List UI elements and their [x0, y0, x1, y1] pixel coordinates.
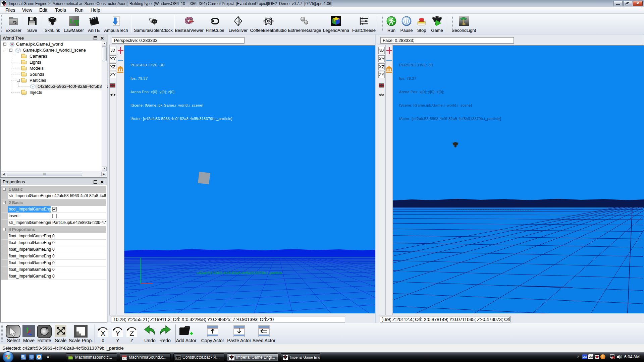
svg-text:IActor: [c42afc53-5963-4c0f-82: IActor: [c42afc53-5963-4c0f-82a8-4cf5b31…: [399, 117, 501, 121]
svg-text:X: X: [101, 329, 106, 338]
svg-text:Arena Pos: x[0]; y[0]; z[0];: Arena Pos: x[0]; y[0]; z[0];: [399, 90, 444, 94]
svg-text:fps: 79.37: fps: 79.37: [130, 76, 148, 80]
svg-text:123: 123: [123, 357, 127, 360]
svg-text:Z: Z: [129, 329, 134, 338]
svg-text:Arena Pos: x[0]; y[0]; z[0];: Arena Pos: x[0]; y[0]; z[0];: [130, 90, 175, 94]
svg-text:PERSPECTIVE: 3D: PERSPECTIVE: 3D: [399, 63, 433, 67]
svg-text:PERSPECTIVE: 3D: PERSPECTIVE: 3D: [130, 63, 165, 67]
svg-text:IScene: [Game.ipk.Game.i_world: IScene: [Game.ipk.Game.i_world.i_scene]: [130, 103, 203, 107]
svg-text:Lm: Lm: [70, 17, 79, 24]
svg-text:C:\: C:\: [176, 357, 180, 359]
svg-text:c42afc53-5963-4c0f-82a8-4cf5b3: c42afc53-5963-4c0f-82a8-4cf5b313379b.i_p…: [197, 271, 282, 275]
svg-text:IActor: [c42afc53-5963-4c0f-82: IActor: [c42afc53-5963-4c0f-82a8-4cf5b31…: [130, 117, 232, 121]
svg-text:fps: 79.37: fps: 79.37: [399, 76, 416, 80]
svg-text:IScene: [Game.ipk.Game.i_world: IScene: [Game.ipk.Game.i_world.i_scene]: [399, 103, 472, 107]
svg-text:Y: Y: [115, 329, 120, 338]
